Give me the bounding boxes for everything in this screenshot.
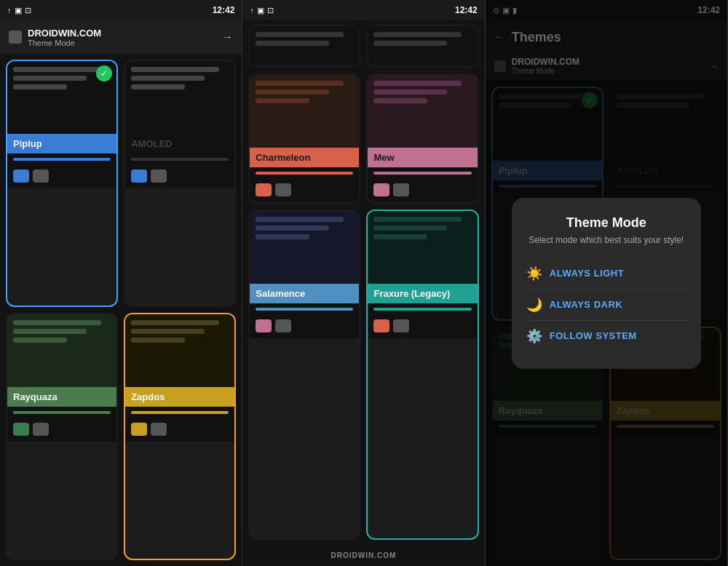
rayquaza-swatches bbox=[7, 418, 116, 442]
preview-line bbox=[256, 98, 309, 103]
amoled-swatches bbox=[125, 165, 234, 188]
swatch-1 bbox=[256, 319, 272, 332]
charmeleon-preview bbox=[250, 75, 359, 148]
preview-line bbox=[373, 226, 447, 231]
salamence-accent bbox=[256, 308, 353, 311]
piplup-accent bbox=[13, 158, 111, 161]
always-dark-label: ALWAYS DARK bbox=[550, 299, 622, 310]
theme-mode-modal-overlay: Theme Mode Select mode which best suits … bbox=[486, 0, 727, 566]
follow-system-option[interactable]: ⚙️ FOLLOW SYSTEM bbox=[526, 321, 687, 351]
preview-line bbox=[373, 89, 447, 95]
swatch-1 bbox=[131, 423, 147, 436]
preview-line bbox=[256, 81, 344, 86]
partial-card-2[interactable] bbox=[366, 25, 478, 68]
mid-brand: DROIDWIN.COM bbox=[331, 551, 397, 559]
preview-line bbox=[373, 234, 427, 239]
mew-accent bbox=[373, 172, 471, 175]
charmeleon-accent bbox=[256, 172, 353, 175]
rayquaza-label: Rayquaza bbox=[7, 387, 116, 407]
theme-card-salamence[interactable]: Salamence bbox=[248, 210, 360, 540]
settings-icon: ⊡ bbox=[25, 6, 31, 15]
swatch-1 bbox=[256, 183, 272, 196]
preview-line bbox=[13, 338, 67, 343]
rayquaza-accent bbox=[13, 411, 111, 414]
swatch-2 bbox=[33, 170, 49, 183]
swatch-2 bbox=[275, 183, 291, 196]
preview-line bbox=[256, 217, 344, 222]
preview-line bbox=[131, 320, 219, 325]
follow-system-label: FOLLOW SYSTEM bbox=[550, 330, 637, 341]
left-top-bar: DROIDWIN.COM Theme Mode → bbox=[0, 20, 242, 54]
left-status-icons: ↑ ▣ ⊡ bbox=[7, 6, 31, 15]
swatch-2 bbox=[393, 319, 409, 332]
gear-icon: ⚙️ bbox=[526, 328, 542, 344]
preview-line bbox=[256, 89, 329, 95]
always-dark-option[interactable]: 🌙 ALWAYS DARK bbox=[526, 290, 687, 321]
settings-icon: ⊡ bbox=[267, 6, 274, 15]
mid-time: 12:42 bbox=[455, 5, 478, 15]
preview-line bbox=[13, 320, 101, 325]
preview-line bbox=[373, 32, 462, 37]
modal-subtitle: Select mode which best suits your style! bbox=[526, 235, 687, 245]
partial-preview-2 bbox=[368, 26, 477, 66]
swatch-2 bbox=[393, 183, 409, 196]
preview-line bbox=[131, 76, 205, 81]
swatch-2 bbox=[275, 319, 291, 332]
theme-card-fraxure[interactable]: Fraxure (Legacy) bbox=[366, 210, 478, 540]
piplup-swatches bbox=[7, 165, 116, 188]
zapdos-label: Zapdos bbox=[125, 387, 234, 407]
fraxure-swatches bbox=[368, 315, 477, 338]
preview-line bbox=[13, 84, 67, 89]
left-arrow-icon[interactable]: → bbox=[221, 31, 233, 44]
partial-card-1[interactable] bbox=[248, 25, 360, 68]
preview-line bbox=[373, 41, 447, 46]
left-panel: ↑ ▣ ⊡ 12:42 DROIDWIN.COM Theme Mode → ✓ … bbox=[0, 0, 242, 566]
upload-icon: ↑ bbox=[250, 6, 254, 15]
theme-mode-modal: Theme Mode Select mode which best suits … bbox=[512, 198, 701, 369]
amoled-accent bbox=[131, 158, 229, 161]
preview-line bbox=[13, 67, 101, 72]
preview-line bbox=[256, 226, 329, 231]
theme-card-mew[interactable]: Mew bbox=[366, 73, 478, 204]
rayquaza-preview bbox=[7, 314, 116, 387]
zapdos-swatches bbox=[125, 418, 234, 442]
mew-label: Mew bbox=[368, 148, 477, 167]
preview-line bbox=[131, 67, 219, 72]
preview-line bbox=[131, 338, 185, 343]
charmeleon-swatches bbox=[250, 179, 359, 202]
left-theme-grid: ✓ Piplup AMOLED bbox=[0, 54, 242, 566]
theme-icon-left bbox=[9, 31, 22, 44]
theme-card-charmeleon[interactable]: Charmeleon bbox=[248, 73, 360, 204]
mew-preview bbox=[368, 75, 477, 148]
swatch-1 bbox=[373, 319, 389, 332]
wifi-icon: ▣ bbox=[257, 6, 264, 15]
partial-preview-1 bbox=[250, 26, 359, 66]
swatch-1 bbox=[131, 170, 147, 183]
mid-bottom-bar: DROIDWIN.COM bbox=[242, 544, 484, 566]
always-light-label: ALWAYS LIGHT bbox=[550, 268, 624, 279]
left-subtitle: Theme Mode bbox=[28, 39, 101, 47]
preview-line bbox=[373, 98, 427, 103]
upload-icon: ↑ bbox=[7, 6, 12, 15]
always-light-option[interactable]: ☀️ ALWAYS LIGHT bbox=[526, 258, 687, 290]
preview-line bbox=[373, 81, 462, 86]
preview-line bbox=[131, 329, 205, 334]
right-panel: ⊙ ▣ ▮ 12:42 ← Themes DROIDWIN.COM Theme … bbox=[486, 0, 728, 566]
theme-card-piplup[interactable]: ✓ Piplup bbox=[6, 60, 118, 307]
middle-panel: ↑ ▣ ⊡ 12:42 bbox=[242, 0, 485, 566]
salamence-label: Salamence bbox=[250, 284, 359, 303]
mew-swatches bbox=[368, 179, 477, 202]
theme-card-zapdos[interactable]: Zapdos bbox=[124, 313, 236, 560]
piplup-label: Piplup bbox=[7, 134, 116, 154]
theme-card-rayquaza[interactable]: Rayquaza bbox=[6, 313, 118, 560]
mid-status-bar: ↑ ▣ ⊡ 12:42 bbox=[242, 0, 484, 20]
theme-card-amoled[interactable]: AMOLED bbox=[124, 60, 236, 307]
zapdos-preview bbox=[125, 314, 234, 387]
fraxure-preview bbox=[368, 211, 477, 284]
zapdos-accent bbox=[131, 411, 229, 414]
preview-line bbox=[13, 329, 87, 334]
left-brand: DROIDWIN.COM bbox=[28, 28, 101, 39]
amoled-preview bbox=[125, 61, 234, 134]
swatch-2 bbox=[151, 170, 167, 183]
charmeleon-label: Charmeleon bbox=[250, 148, 359, 167]
